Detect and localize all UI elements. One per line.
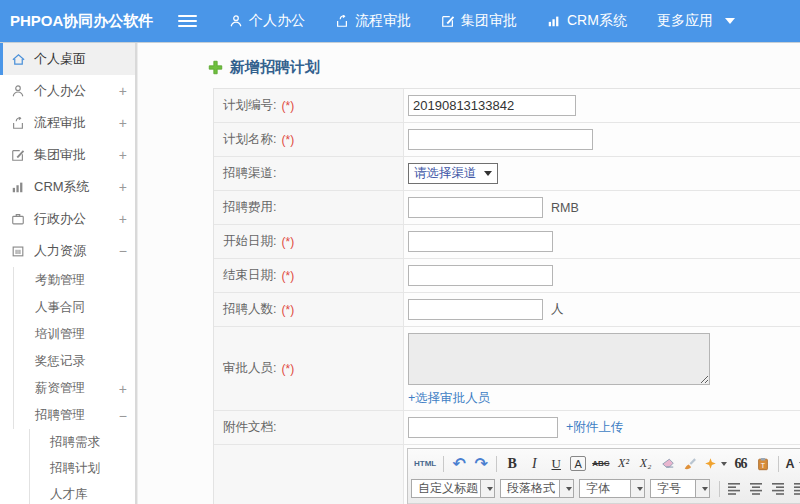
sidebar-item-crm-system[interactable]: CRM系统 + [0, 171, 135, 203]
required-mark: (*) [281, 362, 294, 376]
sidebar-item-workflow-approval[interactable]: 流程审批 + [0, 107, 135, 139]
unit-suffix: 人 [551, 301, 564, 318]
form-row-fee: 招聘费用: RMB [214, 191, 800, 225]
font-size-select[interactable]: 字号 [650, 479, 710, 498]
required-mark: (*) [281, 99, 294, 113]
top-navbar: PHPOA协同办公软件 个人办公 流程审批 集团审批 CRM系统 更多应用 [0, 0, 800, 42]
sidebar-item-attendance-mgmt[interactable]: 考勤管理 [13, 267, 135, 294]
color-splash-button[interactable] [702, 454, 729, 474]
sidebar-item-salary-mgmt[interactable]: 薪资管理 + [13, 375, 135, 402]
field-label: 计划编号: [223, 97, 276, 114]
channel-select[interactable]: 请选择渠道 [408, 163, 498, 184]
share-icon [10, 116, 26, 130]
select-approver-link[interactable]: +选择审批人员 [408, 390, 490, 407]
heading-select[interactable]: 自定义标题 [411, 479, 495, 498]
sidebar-item-group-approval[interactable]: 集团审批 + [0, 139, 135, 171]
nav-more-apps[interactable]: 更多应用 [657, 12, 735, 30]
form-row-attachment: 附件文档: +附件上传 [214, 411, 800, 445]
required-mark: (*) [281, 133, 294, 147]
nav-personal-office[interactable]: 个人办公 [229, 12, 305, 30]
form-row-start-date: 开始日期:(*) [214, 225, 800, 259]
strikethrough-button[interactable]: ABC [590, 454, 611, 474]
chevron-down-icon [725, 18, 735, 24]
expand-toggle: + [115, 211, 127, 227]
chevron-down-icon [721, 462, 727, 466]
sidebar-item-recruit-demand[interactable]: 招聘需求 [29, 429, 135, 455]
redo-button[interactable]: ↷ [471, 454, 491, 474]
briefcase-icon [10, 212, 26, 226]
sidebar-item-human-resources[interactable]: 人力资源 − [0, 235, 135, 267]
edit-icon [10, 148, 26, 162]
main-content: 新增招聘计划 计划编号:(*) 计划名称:(*) 招聘渠道: 请选择渠道 [137, 43, 800, 504]
eraser-button[interactable] [658, 454, 678, 474]
headcount-input[interactable] [408, 299, 543, 320]
nav-crm-system[interactable]: CRM系统 [547, 12, 627, 30]
recruit-plan-form: 计划编号:(*) 计划名称:(*) 招聘渠道: 请选择渠道 招聘费用: RMB [213, 88, 800, 504]
sidebar-item-talent-pool[interactable]: 人才库 [29, 481, 135, 504]
field-label: 附件文档: [223, 419, 276, 436]
font-color-button[interactable]: A [784, 454, 800, 474]
underline-button[interactable]: U [546, 454, 566, 474]
blockquote-button[interactable]: 66 [731, 454, 751, 474]
chevron-down-icon [566, 487, 572, 491]
superscript-button[interactable]: X² [614, 454, 634, 474]
field-label: 招聘人数: [223, 301, 276, 318]
menu-toggle-icon[interactable] [178, 15, 197, 27]
undo-button[interactable]: ↶ [449, 454, 469, 474]
align-right-button[interactable] [769, 479, 789, 499]
home-icon [10, 52, 26, 67]
sidebar-item-recruit-plan[interactable]: 招聘计划 [29, 455, 135, 481]
form-row-plan-no: 计划编号:(*) [214, 89, 800, 123]
rich-text-editor: HTML ↶ ↷ B I U A ABC X² [407, 448, 800, 504]
user-icon [10, 84, 26, 98]
nav-workflow-approval[interactable]: 流程审批 [335, 12, 411, 30]
editor-toolbar: HTML ↶ ↷ B I U A ABC X² [408, 449, 800, 504]
app-logo: PHPOA协同办公软件 [0, 12, 178, 31]
required-mark: (*) [281, 269, 294, 283]
top-nav: 个人办公 流程审批 集团审批 CRM系统 更多应用 [229, 12, 765, 30]
italic-button[interactable]: I [524, 454, 544, 474]
page-title: 新增招聘计划 [230, 58, 320, 77]
align-left-button[interactable] [725, 479, 745, 499]
field-label: 招聘费用: [223, 199, 276, 216]
subscript-button[interactable]: X₂ [636, 454, 656, 474]
sidebar-item-personal-office[interactable]: 个人办公 + [0, 75, 135, 107]
expand-toggle: − [115, 408, 127, 424]
sidebar-item-recruit-mgmt[interactable]: 招聘管理 − [13, 402, 135, 429]
fee-input[interactable] [408, 197, 543, 218]
empty-label-cell [214, 445, 404, 504]
form-row-channel: 招聘渠道: 请选择渠道 [214, 157, 800, 191]
sidebar-item-personal-desktop[interactable]: 个人桌面 [0, 43, 135, 75]
end-date-input[interactable] [408, 265, 553, 286]
plan-name-input[interactable] [408, 129, 593, 150]
align-justify-button[interactable] [791, 479, 800, 499]
paste-button[interactable]: T [753, 454, 773, 474]
expand-toggle: + [115, 381, 127, 397]
chevron-down-icon [637, 487, 643, 491]
align-center-button[interactable] [747, 479, 767, 499]
sidebar: 个人桌面 个人办公 + 流程审批 + 集团审批 + CRM系统 + 行政办公 + [0, 43, 137, 504]
svg-text:T: T [760, 461, 765, 468]
sidebar-item-personnel-contract[interactable]: 人事合同 [13, 294, 135, 321]
sidebar-item-training-mgmt[interactable]: 培训管理 [13, 321, 135, 348]
start-date-input[interactable] [408, 231, 553, 252]
approver-textarea[interactable] [408, 333, 710, 385]
bold-button[interactable]: B [502, 454, 522, 474]
font-family-select[interactable]: 字体 [579, 479, 645, 498]
add-icon [208, 60, 223, 75]
edit-icon [441, 14, 455, 28]
field-label: 审批人员: [223, 360, 276, 377]
paragraph-format-select[interactable]: 段落格式 [500, 479, 574, 498]
sidebar-item-reward-punishment[interactable]: 奖惩记录 [13, 348, 135, 375]
font-border-button[interactable]: A [570, 456, 586, 471]
nav-group-approval[interactable]: 集团审批 [441, 12, 517, 30]
sidebar-item-admin-office[interactable]: 行政办公 + [0, 203, 135, 235]
plan-no-input[interactable] [408, 95, 576, 116]
attachment-input[interactable] [408, 417, 558, 438]
attachment-upload-link[interactable]: +附件上传 [566, 419, 623, 436]
html-source-button[interactable]: HTML [412, 454, 438, 474]
bar-chart-icon [547, 14, 561, 28]
expand-toggle: + [115, 83, 127, 99]
format-brush-button[interactable] [680, 454, 700, 474]
expand-toggle: + [115, 115, 127, 131]
